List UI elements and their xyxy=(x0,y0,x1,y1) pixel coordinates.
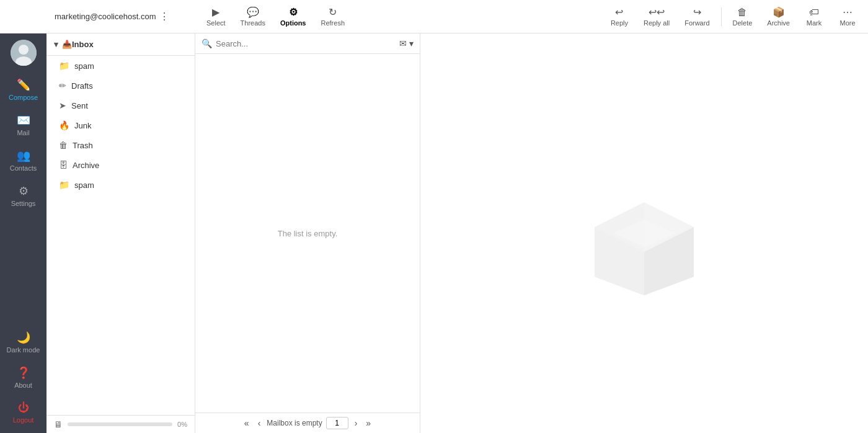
folder-item-drafts[interactable]: ✏ Drafts xyxy=(46,76,195,96)
account-email: marketing@coolicehost.com xyxy=(55,12,156,21)
sidebar-item-settings[interactable]: ⚙ Settings xyxy=(0,178,46,213)
toolbar-right-actions: ↩ Reply ↩↩ Reply all ↪ Forward 🗑 Delete … xyxy=(604,4,863,29)
toolbar-left-actions: ▶ Select 💬 Threads ⚙ Options ↻ Refresh xyxy=(200,4,604,29)
storage-icon: 🖥 xyxy=(54,419,63,429)
logout-icon: ⏻ xyxy=(18,401,29,414)
toolbar-separator xyxy=(721,7,722,26)
more-icon: ⋯ xyxy=(843,6,852,18)
storage-bar-background xyxy=(68,422,172,426)
last-page-button[interactable]: » xyxy=(363,417,373,429)
folder-icon-trash: 🗑 xyxy=(59,140,68,150)
avatar xyxy=(11,40,37,66)
threads-icon: 💬 xyxy=(247,6,259,18)
sidebar-item-darkmode[interactable]: 🌙 Dark mode xyxy=(0,324,46,360)
sidebar-item-logout[interactable]: ⏻ Logout xyxy=(0,395,46,430)
folder-item-archive[interactable]: 🗄 Archive xyxy=(46,155,195,175)
folder-icon-junk: 🔥 xyxy=(59,120,69,130)
search-icon: 🔍 xyxy=(202,38,212,48)
folder-icon-archive: 🗄 xyxy=(59,160,68,170)
folder-item-junk[interactable]: 🔥 Junk xyxy=(46,115,195,135)
email-list-footer: « ‹ Mailbox is empty › » xyxy=(195,413,420,433)
folder-icon-spam1: 📁 xyxy=(59,61,69,71)
inbox-folder-icon: 📥 xyxy=(62,40,72,49)
folder-panel: ▾ 📥 Inbox 📁 spam ✏ Drafts ➤ Sent 🔥 Junk xyxy=(46,33,195,433)
folder-icon-sent: ➤ xyxy=(59,100,66,110)
sidebar: ✏️ Compose ✉️ Mail 👥 Contacts ⚙ Settings… xyxy=(0,33,46,433)
empty-list-message: The list is empty. xyxy=(278,229,338,238)
account-menu-button[interactable]: ⋮ xyxy=(159,11,169,22)
inbox-empty-svg xyxy=(576,165,712,301)
options-button[interactable]: ⚙ Options xyxy=(274,4,312,29)
folder-icon-drafts: ✏ xyxy=(59,81,66,91)
app-container: ✏️ Compose ✉️ Mail 👥 Contacts ⚙ Settings… xyxy=(0,33,868,433)
mail-icon: ✉️ xyxy=(17,114,30,127)
mark-button[interactable]: 🏷 Mark xyxy=(799,4,830,29)
mark-icon: 🏷 xyxy=(809,7,819,18)
filter-envelope-button[interactable]: ✉ ▾ xyxy=(399,38,414,48)
refresh-button[interactable]: ↻ Refresh xyxy=(315,4,352,29)
svg-point-1 xyxy=(19,45,29,55)
inbox-label: Inbox xyxy=(72,40,94,49)
reading-pane xyxy=(420,33,868,433)
settings-icon: ⚙ xyxy=(19,184,29,198)
cursor-icon: ▶ xyxy=(212,6,219,18)
sidebar-item-mail[interactable]: ✉️ Mail xyxy=(0,107,46,143)
sidebar-item-contacts[interactable]: 👥 Contacts xyxy=(0,143,46,178)
reply-all-button[interactable]: ↩↩ Reply all xyxy=(637,4,676,29)
reply-button[interactable]: ↩ Reply xyxy=(604,4,635,29)
email-list-panel: 🔍 ✉ ▾ The list is empty. « ‹ Mailbox is … xyxy=(195,33,420,433)
folder-panel-footer: 🖥 0% xyxy=(46,415,195,433)
sidebar-item-about[interactable]: ❓ About xyxy=(0,360,46,395)
folder-item-sent[interactable]: ➤ Sent xyxy=(46,96,195,115)
forward-button[interactable]: ↪ Forward xyxy=(678,4,715,29)
dark-mode-icon: 🌙 xyxy=(17,331,30,344)
archive-button[interactable]: 📦 Archive xyxy=(761,4,796,29)
contacts-icon: 👥 xyxy=(17,149,30,163)
next-page-button[interactable]: › xyxy=(352,417,360,429)
first-page-button[interactable]: « xyxy=(242,417,252,429)
folder-list: 📁 spam ✏ Drafts ➤ Sent 🔥 Junk 🗑 Trash 🗄 xyxy=(46,56,195,415)
pagination-status: Mailbox is empty xyxy=(267,419,322,427)
collapse-button[interactable]: ▾ xyxy=(54,40,58,49)
options-icon: ⚙ xyxy=(289,6,298,18)
account-section: marketing@coolicehost.com ⋮ xyxy=(5,11,200,22)
prev-page-button[interactable]: ‹ xyxy=(255,417,264,429)
more-button[interactable]: ⋯ More xyxy=(832,4,863,29)
threads-button[interactable]: 💬 Threads xyxy=(234,4,272,29)
folder-header: ▾ 📥 Inbox xyxy=(46,33,195,56)
empty-inbox-illustration xyxy=(576,165,712,301)
email-list-body: The list is empty. xyxy=(195,54,420,413)
folder-item-trash[interactable]: 🗑 Trash xyxy=(46,135,195,155)
sidebar-item-compose[interactable]: ✏️ Compose xyxy=(0,72,46,107)
reply-all-icon: ↩↩ xyxy=(649,6,665,18)
sidebar-bottom: 🌙 Dark mode ❓ About ⏻ Logout xyxy=(0,324,46,433)
about-icon: ❓ xyxy=(17,366,30,380)
refresh-icon: ↻ xyxy=(329,6,337,18)
email-list-search: 🔍 ✉ ▾ xyxy=(195,33,420,54)
select-button[interactable]: ▶ Select xyxy=(200,4,232,29)
reply-icon: ↩ xyxy=(615,6,623,18)
delete-button[interactable]: 🗑 Delete xyxy=(727,4,759,29)
forward-icon: ↪ xyxy=(693,6,701,18)
compose-icon: ✏️ xyxy=(17,78,30,92)
folder-item-spam2[interactable]: 📁 spam xyxy=(46,175,195,195)
delete-icon: 🗑 xyxy=(737,7,747,18)
folder-icon-spam2: 📁 xyxy=(59,180,69,190)
storage-percentage: 0% xyxy=(177,421,187,428)
page-number-input[interactable] xyxy=(326,417,348,429)
search-input[interactable] xyxy=(216,39,399,48)
archive-icon: 📦 xyxy=(773,6,785,18)
top-toolbar: marketing@coolicehost.com ⋮ ▶ Select 💬 T… xyxy=(0,0,868,33)
folder-item-spam1[interactable]: 📁 spam xyxy=(46,56,195,76)
